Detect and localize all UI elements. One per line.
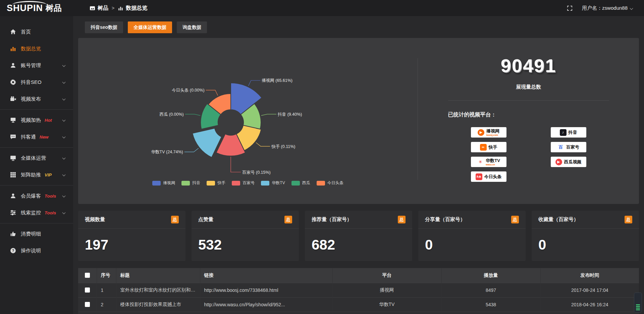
stub-cell: [78, 312, 97, 314]
col-header-platform: 平台: [332, 268, 441, 283]
total-badge[interactable]: 总: [511, 216, 519, 223]
platform-badges-left: ▶播视网boosj.com∞快手✳华数TVwasu.cn头条今日头条: [471, 127, 506, 182]
floating-widget[interactable]: [634, 293, 642, 313]
sidebar-item-label: 抖客通: [21, 134, 36, 140]
platform-badge-name: 西瓜视频: [564, 160, 582, 164]
widget-bar: [636, 304, 640, 305]
sidebar-item-publish[interactable]: 视频发布: [0, 91, 73, 107]
chevron-down-icon: [62, 97, 66, 101]
stat-card-title: 分享量（百家号）: [425, 216, 465, 223]
pie-label-line: [256, 143, 270, 146]
platform-badge-name: 百家号: [566, 145, 579, 149]
chevron-down-icon: [62, 211, 66, 214]
legend-label: 百家号: [243, 180, 255, 186]
sidebar-item-chat[interactable]: 抖客通New: [0, 128, 73, 145]
legend-item-5[interactable]: 西瓜: [291, 180, 310, 186]
legend-swatch: [261, 181, 269, 186]
image-icon: [90, 5, 95, 11]
legend-item-3[interactable]: 百家号: [232, 180, 255, 186]
tab-询盘数据[interactable]: 询盘数据: [177, 21, 207, 33]
播视网-logo-icon: ▶: [478, 129, 484, 136]
platform-badge-text: 西瓜视频: [564, 160, 582, 164]
legend-label: 快手: [217, 180, 225, 186]
breadcrumb-separator: >: [112, 5, 114, 11]
legend-label: 抖音: [192, 180, 200, 186]
logo-cjk-text: 树品: [46, 3, 62, 13]
sidebar-item-filter[interactable]: 线索监控Tools: [0, 204, 73, 221]
sidebar-item-thumb[interactable]: 消费明细: [0, 225, 73, 242]
legend-swatch: [232, 181, 240, 186]
row-plays: 8497: [441, 283, 540, 297]
app-logo[interactable]: SHUPIN 树品: [0, 3, 73, 13]
fullscreen-icon[interactable]: [567, 5, 573, 11]
stat-card-value: 532: [192, 229, 299, 261]
legend-item-4[interactable]: 华数TV: [261, 180, 285, 186]
row-link[interactable]: http://www.wasu.cn/Play/show/id/952...: [200, 297, 332, 312]
stat-card-3: 分享量（百家号）总0: [418, 211, 526, 261]
sidebar-divider: [0, 109, 73, 110]
tab-抖音seo数据[interactable]: 抖音seo数据: [85, 21, 123, 33]
platform-badge-name: 快手: [489, 145, 497, 149]
抖音-logo-icon: ♪: [560, 129, 567, 136]
sidebar-item-label: 线索监控: [21, 210, 41, 216]
row-checkbox-cell: [78, 283, 97, 297]
total-badge[interactable]: 总: [625, 216, 632, 223]
tab-全媒体运营数据[interactable]: 全媒体运营数据: [128, 21, 172, 33]
row-checkbox[interactable]: [85, 287, 90, 293]
legend-item-1[interactable]: 抖音: [181, 180, 200, 186]
pie-chart-canvas: 播视网 (65.61%)抖音 (9.40%)快手 (0.11%)百家号 (0.1…: [78, 38, 418, 196]
stat-card-value: 0: [532, 229, 639, 261]
impressions-total-value: 90491: [501, 55, 556, 76]
bar-chart-icon: [118, 5, 123, 11]
sidebar-item-user[interactable]: 账号管理: [0, 57, 73, 74]
breadcrumb-root[interactable]: 树品: [90, 5, 108, 12]
legend-item-0[interactable]: 播视网: [152, 180, 175, 186]
sidebar-item-help[interactable]: ?操作说明: [0, 242, 73, 259]
platform-badge-快手: ∞快手: [471, 142, 506, 152]
platform-badge-text: 今日头条: [484, 174, 502, 179]
legend-label: 今日头条: [327, 180, 343, 186]
sidebar-item-monitor[interactable]: 全媒体运营: [0, 150, 73, 166]
platform-badge-抖音: ♪抖音: [551, 127, 586, 138]
pie-label: 抖音 (9.40%): [277, 112, 302, 117]
legend-item-6[interactable]: 今日头条: [317, 180, 343, 186]
main-content: 抖音seo数据全媒体运营数据询盘数据 播视网 (65.61%)抖音 (9.40%…: [73, 16, 644, 314]
row-checkbox[interactable]: [85, 302, 90, 307]
sidebar-item-tag: Tools: [45, 210, 56, 215]
sidebar: 首页数据总览账号管理抖音SEO视频发布视频加热Hot抖客通New全媒体运营矩阵助…: [0, 16, 73, 314]
user-menu[interactable]: 用户名：zswodun88: [582, 5, 633, 11]
chevron-down-icon: [62, 64, 66, 67]
platform-badge-text: 华数TVwasu.cn: [486, 158, 500, 166]
col-header-no: 序号: [97, 268, 116, 283]
platform-badge-name: 抖音: [569, 130, 577, 135]
select-all-checkbox[interactable]: [85, 273, 90, 278]
sidebar-item-chart[interactable]: 数据总览: [0, 40, 73, 57]
stat-card-header: 视频数量总: [78, 211, 185, 229]
sidebar-item-grid[interactable]: 矩阵助推VIP: [0, 166, 73, 183]
platform-badge-text: 播视网boosj.com: [486, 129, 499, 136]
sidebar-item-heat[interactable]: 视频加热Hot: [0, 112, 73, 128]
total-badge[interactable]: 总: [398, 216, 406, 223]
total-badge[interactable]: 总: [171, 216, 179, 223]
pie-label-line: [184, 148, 199, 152]
chevron-down-icon: [62, 135, 66, 139]
sidebar-item-label: 会员爆客: [21, 193, 41, 199]
sidebar-item-gear[interactable]: 抖音SEO: [0, 74, 73, 91]
pie-label-line: [261, 114, 277, 115]
row-title[interactable]: 楼体投影灯投影效果震撼上市: [116, 297, 200, 312]
platform-badges: ▶播视网boosj.com∞快手✳华数TVwasu.cn头条今日头条 ♪抖音百百…: [471, 127, 586, 182]
row-title[interactable]: 室外水纹灯和室内水纹灯的区别和简介: [116, 283, 200, 297]
legend-swatch: [152, 181, 161, 186]
legend-swatch: [181, 181, 190, 186]
total-badge[interactable]: 总: [284, 216, 292, 223]
sidebar-item-member[interactable]: 会员爆客Tools: [0, 188, 73, 204]
stub-cell: [441, 312, 540, 314]
col-header-link: 链接: [200, 268, 332, 283]
row-link[interactable]: http://www.boosj.com/7338468.html: [200, 283, 332, 297]
platform-badge-播视网: ▶播视网boosj.com: [471, 127, 506, 138]
pie-label: 西瓜 (0.00%): [160, 112, 184, 117]
heat-icon: [10, 117, 16, 123]
legend-item-2[interactable]: 快手: [207, 180, 225, 186]
svg-text:?: ?: [12, 249, 14, 253]
sidebar-item-home[interactable]: 首页: [0, 23, 73, 40]
